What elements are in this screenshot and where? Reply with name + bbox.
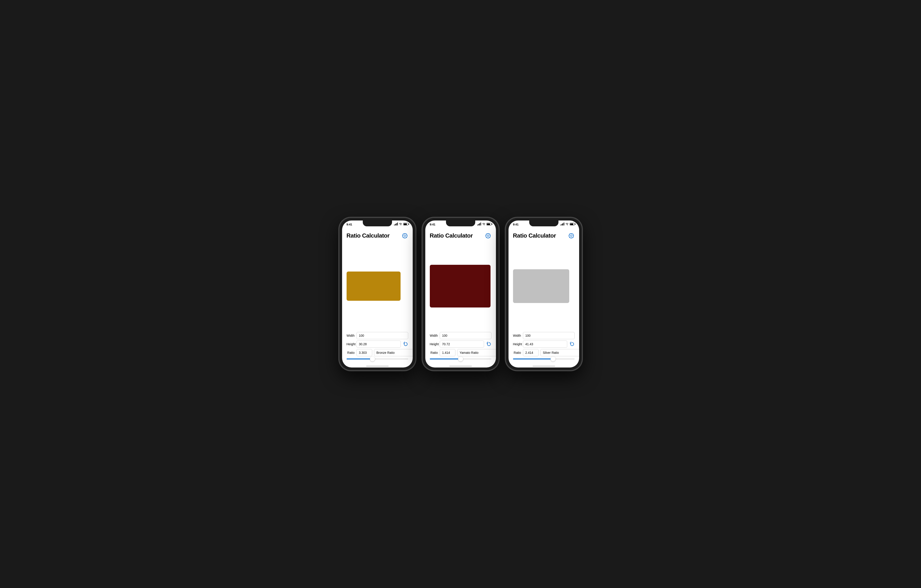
signal-bar-1 <box>560 224 561 226</box>
height-label: Height <box>347 342 355 346</box>
signal-bar-4 <box>397 223 398 226</box>
gear-icon <box>485 233 491 239</box>
battery-icon <box>403 223 408 226</box>
signal-bar-4 <box>480 223 481 226</box>
settings-button[interactable] <box>402 232 408 239</box>
signal-bar-3 <box>479 223 480 226</box>
height-input[interactable] <box>440 341 484 348</box>
controls-area: Width Height Ratio <box>430 332 491 359</box>
notch <box>363 221 392 226</box>
signal-bar-1 <box>477 224 478 226</box>
width-input[interactable] <box>356 332 408 339</box>
width-input[interactable] <box>523 332 574 339</box>
signal-bar-1 <box>394 224 395 226</box>
signal-bar-2 <box>395 224 396 226</box>
phone-screen: 9:41 Ratio Calculator Width Height <box>509 221 579 367</box>
wifi-icon <box>482 223 486 226</box>
slider-track[interactable] <box>430 359 491 359</box>
notch <box>529 221 558 226</box>
ratio-rectangle <box>347 271 400 301</box>
phone-screen: 9:41 Ratio Calculator Width Height <box>425 221 496 367</box>
slider-row <box>430 359 491 359</box>
refresh-button[interactable] <box>486 341 492 347</box>
phone-3: 9:41 Ratio Calculator Width Height <box>506 218 582 370</box>
width-input[interactable] <box>440 332 491 339</box>
signal-bar-3 <box>396 223 397 226</box>
height-input[interactable] <box>356 341 401 348</box>
controls-area: Width Height Ratio <box>347 332 408 359</box>
battery-icon <box>570 223 574 226</box>
app-header: Ratio Calculator <box>347 232 408 239</box>
status-icons <box>560 223 574 226</box>
phone-inner: 9:41 Ratio Calculator Width Height <box>506 218 581 370</box>
phone-1: 9:41 Ratio Calculator Width Height <box>339 218 416 370</box>
slider-thumb[interactable] <box>370 356 375 361</box>
ratio-value-input[interactable] <box>356 349 372 356</box>
ratio-value-input[interactable] <box>440 349 456 356</box>
home-bar <box>449 366 472 367</box>
phones-container: 9:41 Ratio Calculator Width Height <box>339 218 582 370</box>
ratio-display-area <box>513 240 574 332</box>
signal-bar-2 <box>478 224 479 226</box>
battery-icon <box>487 223 491 226</box>
battery-fill <box>570 223 573 225</box>
ratio-row: Ratio <box>513 349 574 356</box>
gear-icon <box>568 233 574 239</box>
app-title: Ratio Calculator <box>347 232 389 239</box>
settings-button[interactable] <box>568 232 574 239</box>
height-label: Height <box>430 342 438 346</box>
signal-icon <box>477 223 481 226</box>
battery-fill <box>487 223 490 225</box>
home-bar <box>366 366 389 367</box>
slider-track[interactable] <box>513 359 574 359</box>
phone-inner: 9:41 Ratio Calculator Width Height <box>423 218 498 370</box>
settings-button[interactable] <box>485 232 491 239</box>
home-bar <box>532 366 555 367</box>
slider-row <box>347 359 408 359</box>
app-content: Ratio Calculator Width Height Ratio <box>342 231 413 363</box>
ratio-rectangle <box>513 269 569 303</box>
slider-fill <box>347 359 373 359</box>
slider-thumb[interactable] <box>551 356 555 361</box>
phone-2: 9:41 Ratio Calculator Width Height <box>422 218 499 370</box>
height-row: Height <box>430 341 491 348</box>
app-header: Ratio Calculator <box>430 232 491 239</box>
app-title: Ratio Calculator <box>513 232 556 239</box>
refresh-button[interactable] <box>569 341 575 347</box>
ratio-row: Ratio <box>430 349 491 356</box>
signal-bar-3 <box>563 223 563 226</box>
refresh-icon <box>570 342 574 347</box>
ratio-rectangle <box>430 265 491 307</box>
width-row: Width <box>430 332 491 339</box>
ratio-display-area <box>347 240 408 332</box>
phone-screen: 9:41 Ratio Calculator Width Height <box>342 221 413 367</box>
ratio-label: Ratio <box>347 351 355 354</box>
height-row: Height <box>513 341 574 348</box>
width-label: Width <box>347 334 355 337</box>
slider-track[interactable] <box>347 359 408 359</box>
ratio-display-area <box>430 240 491 332</box>
width-label: Width <box>430 334 438 337</box>
app-content: Ratio Calculator Width Height Ratio <box>509 231 579 363</box>
app-header: Ratio Calculator <box>513 232 574 239</box>
status-icons <box>477 223 491 226</box>
slider-thumb[interactable] <box>458 356 463 361</box>
refresh-button[interactable] <box>403 341 409 347</box>
ratio-name-input[interactable] <box>374 349 413 356</box>
home-indicator <box>425 363 496 367</box>
app-title: Ratio Calculator <box>430 232 473 239</box>
ratio-row: Ratio <box>347 349 408 356</box>
slider-fill <box>430 359 460 359</box>
width-row: Width <box>347 332 408 339</box>
status-time: 9:41 <box>347 223 352 226</box>
wifi-icon <box>565 223 569 226</box>
width-label: Width <box>513 334 521 337</box>
ratio-name-input[interactable] <box>540 349 579 356</box>
ratio-value-input[interactable] <box>523 349 539 356</box>
height-label: Height <box>513 342 521 346</box>
home-indicator <box>342 363 413 367</box>
gear-icon <box>402 233 408 239</box>
battery-fill <box>404 223 407 225</box>
height-input[interactable] <box>523 341 567 348</box>
ratio-name-input[interactable] <box>457 349 496 356</box>
